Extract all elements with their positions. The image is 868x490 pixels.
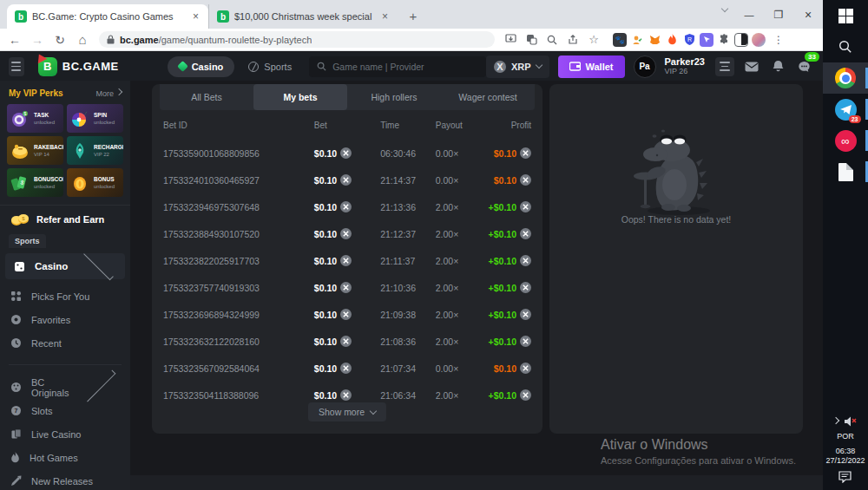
xrp-coin-icon [520, 309, 531, 320]
bet-id[interactable]: 1753324010360465927 [163, 175, 314, 186]
close-button[interactable]: × [793, 0, 823, 29]
sidebar-item-picks-for-you[interactable]: Picks For You [0, 284, 130, 308]
forward-icon[interactable]: → [28, 33, 47, 47]
sidebar-casino-toggle[interactable]: Casino [5, 253, 125, 279]
bookmark-star-icon[interactable]: ☆ [585, 33, 602, 47]
back-icon[interactable]: ← [5, 33, 24, 47]
vip-card-bonus[interactable]: BONUSunlocked [67, 168, 123, 197]
user-info[interactable]: Parker23 VIP 26 [665, 56, 706, 76]
refer-and-earn[interactable]: $ Refer and Earn [0, 205, 130, 232]
sidebar-item-bc-originals[interactable]: BC Originals [0, 376, 130, 399]
user-avatar[interactable]: Pa [634, 56, 656, 78]
vip-card-rakeback[interactable]: RAKEBACKVIP 14 [7, 136, 63, 165]
notifications-bell-icon[interactable] [769, 58, 786, 75]
extension-metamask-icon[interactable] [648, 33, 661, 47]
minimize-button[interactable]: — [734, 0, 764, 29]
tab-all-bets[interactable]: All Bets [160, 84, 253, 110]
sidebar-item-live-casino[interactable]: Live Casino [0, 422, 130, 446]
bet-id[interactable]: 1753323504118388096 [163, 390, 314, 401]
bet-profit: +$0.10 [476, 201, 531, 212]
show-more-button[interactable]: Show more [308, 402, 386, 421]
address-bar[interactable]: bc.game/game/quantum-roulette-by-playtec… [99, 31, 495, 48]
extension-shield-icon[interactable]: R [682, 33, 696, 47]
bet-amount: $0.10 [314, 336, 380, 347]
vip-perks-more-link[interactable]: More [95, 89, 122, 98]
bet-id[interactable]: 1753323822025917703 [163, 256, 314, 266]
sidebar-item-new-releases[interactable]: New Releases [0, 469, 130, 490]
tab-search-chevron-icon[interactable] [721, 5, 728, 12]
chat-icon[interactable]: 33 [795, 58, 812, 75]
action-center-icon[interactable] [838, 471, 852, 483]
header-right-cluster: X XRP Wallet Pa Parker23 VIP 26 33 [486, 56, 812, 78]
vip-card-task[interactable]: $ TASKunlocked [7, 104, 63, 133]
bet-id[interactable]: 1753359001068809856 [163, 148, 314, 159]
bcgame-logo[interactable]: B BC.GAME [38, 57, 119, 76]
tab-high-rollers[interactable]: High rollers [347, 84, 441, 110]
bet-amount: $0.10 [314, 282, 380, 293]
windows-activation-watermark: Ativar o Windows Acesse Configurações pa… [601, 437, 796, 466]
currency-selector[interactable]: X XRP [486, 56, 549, 78]
browser-tab-active[interactable]: b BC.Game: Crypto Casino Games × [7, 4, 208, 29]
extension-contrast-icon[interactable] [734, 33, 748, 47]
vip-card-spin[interactable]: SPINunlocked [67, 104, 123, 133]
sidebar-sports-tab[interactable]: Sports [9, 234, 46, 248]
bet-id[interactable]: 1753323946975307648 [163, 202, 314, 212]
extension-flame-icon[interactable] [665, 33, 679, 47]
show-hidden-icons-chevron[interactable] [832, 416, 839, 423]
taskbar-search-button[interactable] [823, 31, 868, 62]
game-search-input[interactable]: Game name | Provider [309, 56, 486, 77]
new-tab-button[interactable]: + [403, 5, 424, 26]
translate-icon[interactable] [523, 33, 540, 47]
profile-avatar[interactable] [752, 33, 766, 47]
language-indicator[interactable]: POR [837, 432, 854, 441]
bcgame-favicon: b [217, 10, 229, 23]
extension-cursor-icon[interactable] [700, 33, 713, 47]
bet-id[interactable]: 1753323696894324999 [163, 310, 314, 320]
bet-id[interactable]: 1753323567092584064 [163, 363, 314, 374]
taskbar-clock[interactable]: 06:38 27/12/2022 [825, 447, 865, 466]
sidebar-item-slots[interactable]: 7 Slots [0, 399, 130, 422]
bet-id[interactable]: 1753323632122028160 [163, 336, 314, 347]
bet-profit: $0.10 [476, 174, 531, 186]
share-icon[interactable] [564, 33, 582, 47]
tab-my-bets[interactable]: My bets [253, 84, 347, 110]
inbox-icon[interactable] [743, 58, 760, 75]
maximize-button[interactable]: ❐ [764, 0, 793, 29]
tab-close-icon[interactable]: × [191, 10, 201, 23]
browser-menu-icon[interactable]: ⋮ [769, 34, 788, 46]
home-icon[interactable]: ⌂ [73, 32, 92, 47]
browser-tab-inactive[interactable]: b $10,000 Christmas week special × [208, 4, 398, 29]
tab-wager-contest[interactable]: Wager contest [441, 84, 535, 110]
bet-amount: $0.10 [314, 255, 380, 266]
install-icon[interactable] [502, 33, 519, 47]
taskbar-notepad-button[interactable] [823, 156, 868, 187]
casino-diamond-icon [177, 61, 188, 72]
telegram-icon: 23 [835, 99, 857, 121]
reload-icon[interactable]: ↻ [50, 33, 69, 47]
bet-id[interactable]: 1753323757740919303 [163, 283, 314, 293]
sidebar-item-favorites[interactable]: Favorites [0, 308, 130, 331]
zoom-icon[interactable] [543, 33, 561, 47]
xrp-coin-icon [340, 174, 352, 186]
start-button[interactable] [823, 0, 868, 31]
extension-person-icon[interactable] [630, 33, 644, 47]
nav-casino-button[interactable]: Casino [168, 56, 235, 77]
nav-sports-button[interactable]: Sports [248, 62, 292, 72]
extensions-puzzle-icon[interactable] [717, 33, 731, 47]
volume-muted-icon[interactable] [845, 416, 857, 427]
vip-card-recharge[interactable]: RECHARGEVIP 22 [67, 136, 123, 165]
bet-slip-icon[interactable] [715, 57, 734, 76]
hamburger-menu-icon[interactable] [9, 57, 24, 76]
sidebar-item-hot-games[interactable]: Hot Games [0, 446, 130, 469]
bet-time: 06:30:46 [380, 148, 436, 159]
tab-close-icon[interactable]: × [380, 10, 390, 23]
extension-wallet-icon[interactable]: 🐾 [613, 33, 627, 47]
chevron-down-icon [370, 407, 377, 414]
sidebar-item-recent[interactable]: Recent [0, 331, 130, 355]
taskbar-adobe-button[interactable]: ∞ [823, 125, 868, 156]
wallet-button[interactable]: Wallet [558, 56, 625, 78]
bet-id[interactable]: 1753323884930107520 [163, 229, 314, 239]
taskbar-telegram-button[interactable]: 23 [823, 94, 868, 125]
vip-card-bonuscode[interactable]: $ BONUSCODEunlocked [7, 168, 63, 197]
taskbar-chrome-button[interactable] [823, 62, 868, 94]
